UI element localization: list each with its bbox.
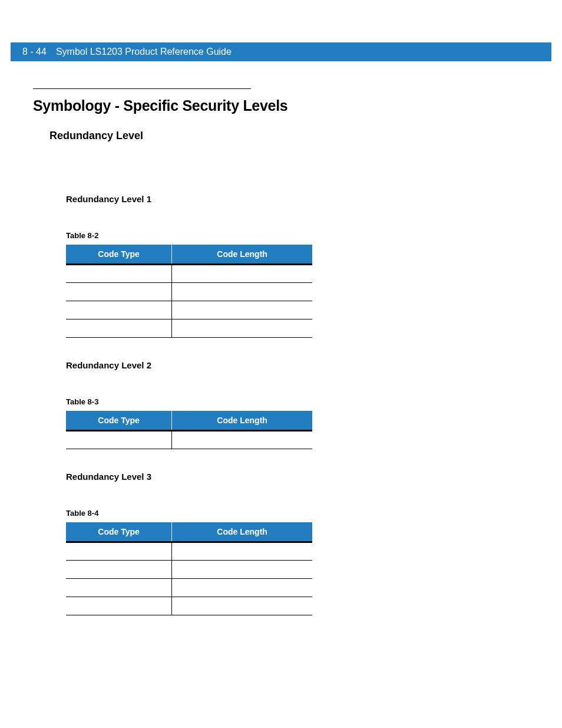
cell-code-length [172,301,312,319]
level-title: Redundancy Level 2 [66,360,528,370]
cell-code-type [66,579,172,597]
redundancy-level-3: Redundancy Level 3 Table 8-4 Code Type C… [66,472,528,615]
table-caption: Table 8-4 [66,509,528,518]
redundancy-level-2: Redundancy Level 2 Table 8-3 Code Type C… [66,360,528,466]
cell-code-type [66,283,172,301]
cell-code-length [172,265,312,283]
table-redundancy-1: Code Type Code Length [66,245,312,338]
cell-code-type [66,561,172,579]
cell-code-type [66,319,172,338]
table-redundancy-3: Code Type Code Length [66,522,312,615]
redundancy-level-1: Redundancy Level 1 Table 8-2 Code Type C… [66,194,528,354]
section-top-rule [33,88,251,89]
col-header-code-type: Code Type [66,522,172,542]
table-row [66,319,312,338]
col-header-code-type: Code Type [66,245,172,265]
cell-code-length [172,542,312,561]
table-row [66,542,312,561]
table-caption: Table 8-3 [66,397,528,406]
cell-code-type [66,265,172,283]
table-row [66,597,312,615]
level-title: Redundancy Level 1 [66,194,528,204]
cell-code-length [172,579,312,597]
cell-code-type [66,301,172,319]
page-number: 8 - 44 [22,47,47,57]
cell-code-length [172,431,312,449]
col-header-code-length: Code Length [172,522,312,542]
cell-code-length [172,561,312,579]
cell-code-length [172,597,312,615]
table-caption: Table 8-2 [66,231,528,240]
table-row [66,301,312,319]
table-row [66,265,312,283]
cell-code-type [66,431,172,449]
col-header-code-type: Code Type [66,411,172,431]
page-content: Symbology - Specific Security Levels Red… [33,88,528,621]
table-row [66,579,312,597]
section-title: Symbology - Specific Security Levels [33,97,528,114]
cell-code-type [66,542,172,561]
cell-code-type [66,597,172,615]
level-title: Redundancy Level 3 [66,472,528,482]
table-redundancy-2: Code Type Code Length [66,411,312,449]
table-row [66,561,312,579]
cell-code-length [172,319,312,338]
page-header-bar: 8 - 44 Symbol LS1203 Product Reference G… [11,42,551,61]
subsection-title: Redundancy Level [49,130,528,142]
doc-title: Symbol LS1203 Product Reference Guide [56,47,232,57]
col-header-code-length: Code Length [172,245,312,265]
table-row [66,283,312,301]
col-header-code-length: Code Length [172,411,312,431]
cell-code-length [172,283,312,301]
table-row [66,431,312,449]
